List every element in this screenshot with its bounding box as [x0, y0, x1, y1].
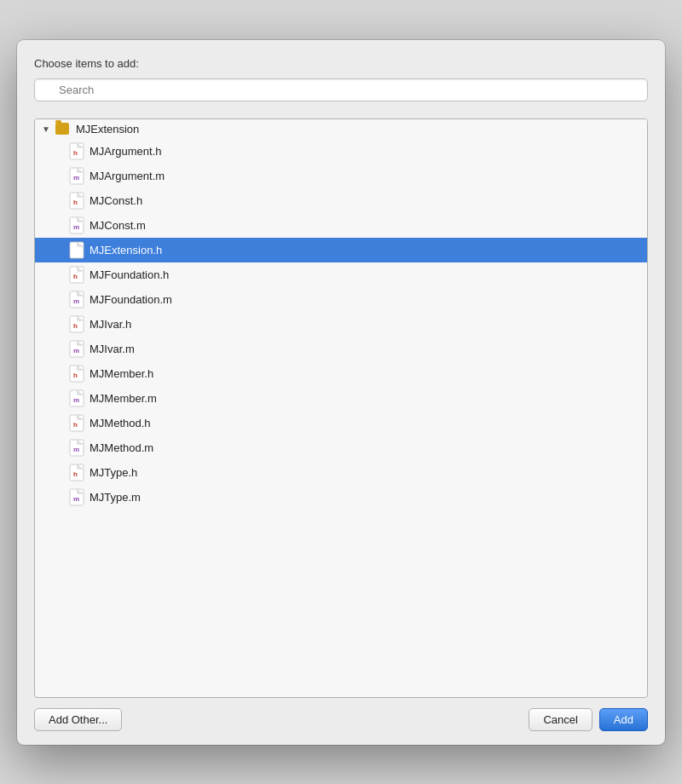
h-file-icon: h: [69, 266, 84, 284]
m-file-icon: m: [69, 488, 84, 506]
m-file-icon: m: [69, 216, 84, 234]
dialog-buttons: Add Other... Cancel Add: [34, 708, 648, 731]
svg-text:h: h: [73, 470, 78, 478]
folder-icon: [55, 123, 69, 135]
file-row[interactable]: h MJMethod.h: [35, 411, 647, 435]
svg-text:m: m: [73, 396, 79, 404]
file-row[interactable]: h MJType.h: [35, 460, 647, 485]
file-name: MJType.h: [90, 466, 137, 479]
m-file-icon: m: [69, 439, 84, 457]
svg-text:m: m: [73, 495, 79, 503]
file-row[interactable]: m MJMember.m: [35, 386, 647, 411]
file-row[interactable]: m MJArgument.m: [35, 164, 647, 188]
svg-text:m: m: [73, 347, 79, 355]
svg-text:h: h: [73, 322, 78, 330]
svg-text:h: h: [73, 149, 78, 157]
file-row[interactable]: m MJType.m: [35, 485, 647, 510]
svg-text:h: h: [73, 421, 78, 429]
add-files-dialog: Choose items to add: ▼ MJExtension h MJA…: [17, 40, 665, 745]
file-name: MJArgument.h: [90, 145, 162, 158]
m-file-icon: m: [69, 389, 84, 407]
file-name: MJType.m: [90, 491, 141, 504]
add-other-button[interactable]: Add Other...: [34, 708, 122, 731]
file-name: MJConst.m: [90, 219, 146, 232]
file-name: MJIvar.h: [90, 318, 131, 331]
file-name: MJMethod.m: [90, 441, 153, 454]
search-input[interactable]: [34, 78, 648, 101]
file-row[interactable]: h MJMember.h: [35, 361, 647, 386]
h-file-icon: h: [69, 315, 84, 333]
m-file-icon: m: [69, 291, 84, 308]
h-file-icon: h: [69, 241, 84, 259]
file-row[interactable]: m MJIvar.m: [35, 337, 647, 361]
h-file-icon: h: [69, 464, 84, 481]
folder-row: ▼ MJExtension: [35, 119, 647, 139]
file-name: MJMember.h: [90, 367, 153, 380]
file-row[interactable]: h MJExtension.h: [35, 238, 647, 262]
file-row[interactable]: h MJConst.h: [35, 188, 647, 213]
file-row[interactable]: h MJArgument.h: [35, 139, 647, 164]
folder-name: MJExtension: [76, 123, 139, 135]
m-file-icon: m: [69, 167, 84, 185]
svg-text:m: m: [73, 297, 79, 305]
svg-text:m: m: [73, 223, 79, 231]
svg-text:h: h: [73, 199, 78, 206]
file-name: MJMember.m: [90, 392, 157, 405]
svg-text:h: h: [73, 248, 78, 256]
file-row[interactable]: h MJIvar.h: [35, 312, 647, 337]
dialog-title: Choose items to add:: [34, 57, 648, 70]
file-list: ▼ MJExtension h MJArgument.h m MJArgumen…: [34, 118, 648, 698]
h-file-icon: h: [69, 142, 84, 160]
file-name: MJExtension.h: [90, 244, 162, 257]
file-row[interactable]: m MJMethod.m: [35, 435, 647, 460]
file-name: MJArgument.m: [90, 170, 165, 182]
file-row[interactable]: m MJConst.m: [35, 213, 647, 238]
file-row[interactable]: h MJFoundation.h: [35, 262, 647, 287]
search-container: [34, 78, 648, 110]
expand-triangle: ▼: [42, 124, 50, 134]
svg-text:m: m: [73, 174, 79, 182]
m-file-icon: m: [69, 340, 84, 358]
svg-text:h: h: [73, 273, 78, 280]
file-name: MJConst.h: [90, 194, 142, 207]
file-name: MJMethod.h: [90, 417, 151, 429]
file-row[interactable]: m MJFoundation.m: [35, 287, 647, 312]
file-rows-container: h MJArgument.h m MJArgument.m h MJConst.…: [35, 139, 647, 510]
h-file-icon: h: [69, 192, 84, 210]
btn-group-right: Cancel Add: [529, 708, 648, 731]
svg-text:h: h: [73, 372, 78, 379]
h-file-icon: h: [69, 365, 84, 383]
h-file-icon: h: [69, 414, 84, 432]
cancel-button[interactable]: Cancel: [529, 708, 592, 731]
svg-text:m: m: [73, 446, 79, 453]
file-name: MJFoundation.m: [90, 293, 172, 306]
file-name: MJFoundation.h: [90, 268, 169, 281]
add-button[interactable]: Add: [599, 708, 648, 731]
file-name: MJIvar.m: [90, 343, 135, 355]
